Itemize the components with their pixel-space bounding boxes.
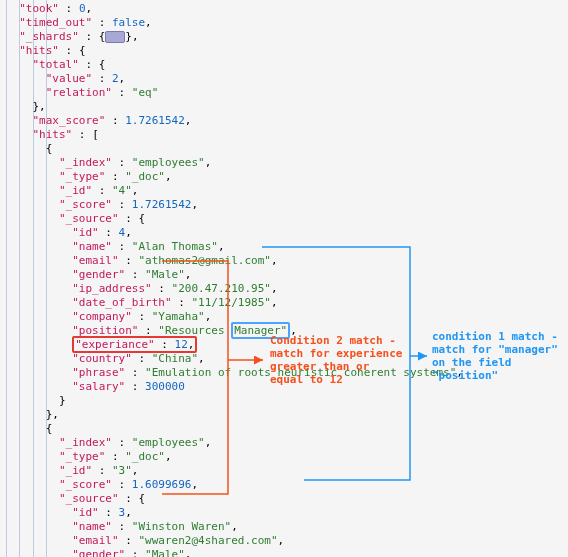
json-line: "_source" : { [6,492,562,506]
json-line: "took" : 0, [6,2,562,16]
json-line: "relation" : "eq" [6,86,562,100]
annotation-condition-2: Condition 2 match - match for experience… [270,334,405,386]
json-line: "email" : "athomas2@gmail.com", [6,254,562,268]
json-line: { [6,142,562,156]
json-line: "_index" : "employees", [6,156,562,170]
json-line: "ip_address" : "200.47.210.95", [6,282,562,296]
json-line: "_id" : "4", [6,184,562,198]
json-line: "_type" : "_doc", [6,450,562,464]
json-line: "gender" : "Male", [6,548,562,557]
json-line: "_source" : { [6,212,562,226]
json-line: "gender" : "Male", [6,268,562,282]
json-line: }, [6,408,562,422]
json-line: }, [6,100,562,114]
json-line: "email" : "wwaren2@4shared.com", [6,534,562,548]
json-line: "_score" : 1.7261542, [6,198,562,212]
json-line: "value" : 2, [6,72,562,86]
json-line: "date_of_birth" : "11/12/1985", [6,296,562,310]
json-line: "_id" : "3", [6,464,562,478]
json-line: } [6,394,562,408]
json-line: { [6,422,562,436]
json-line: "total" : { [6,58,562,72]
json-output: "took" : 0, "timed_out" : false, "_shard… [6,2,562,557]
json-line: "name" : "Winston Waren", [6,520,562,534]
json-line: "name" : "Alan Thomas", [6,240,562,254]
json-line: "_shards" : {}, [6,30,562,44]
json-line: "_score" : 1.6099696, [6,478,562,492]
json-line: "hits" : [ [6,128,562,142]
json-line: "id" : 4, [6,226,562,240]
highlight-experience: "experiance" : 12, [72,336,197,353]
json-line: "max_score" : 1.7261542, [6,114,562,128]
json-line: "_index" : "employees", [6,436,562,450]
json-line: "_type" : "_doc", [6,170,562,184]
json-line: "timed_out" : false, [6,16,562,30]
annotation-condition-1: condition 1 match - match for "manager" … [432,330,567,382]
collapse-toggle-icon[interactable] [105,31,125,43]
json-line: "hits" : { [6,44,562,58]
json-line: "id" : 3, [6,506,562,520]
